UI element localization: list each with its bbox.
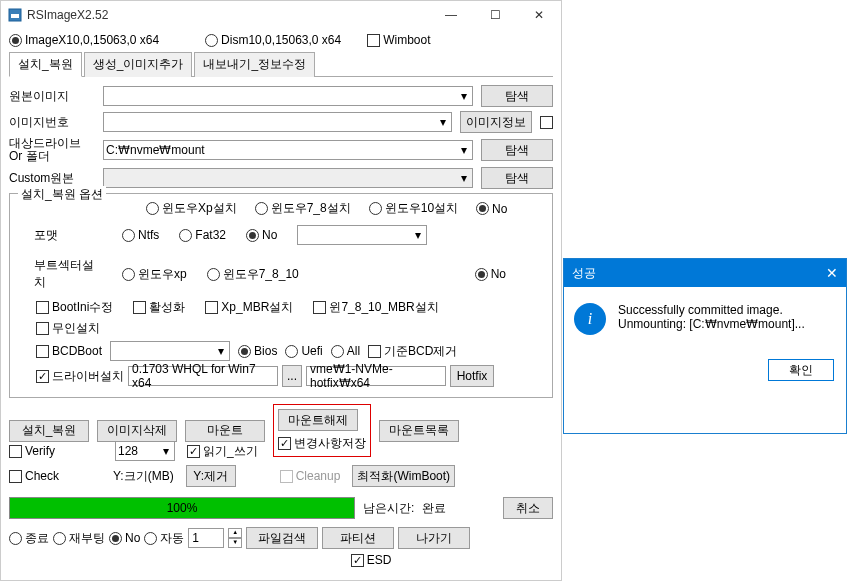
unmount-highlight: 마운트해제 변경사항저장 — [273, 404, 371, 457]
radio-end-no[interactable]: No — [109, 531, 140, 545]
combo-source-image[interactable]: ▾ — [103, 86, 473, 106]
check-readwrite[interactable]: 읽기_쓰기 — [187, 443, 258, 460]
mount-button[interactable]: 마운트 — [185, 420, 265, 442]
install-button[interactable]: 설치_복원 — [9, 420, 89, 442]
driver-path-1[interactable]: 0.1703 WHQL for Win7 x64 — [128, 366, 278, 386]
browse-driver-button[interactable]: ... — [282, 365, 302, 387]
chevron-down-icon: ▾ — [410, 226, 426, 244]
maximize-button[interactable]: ☐ — [473, 1, 517, 29]
check-driver[interactable]: 드라이버설치 — [36, 368, 124, 385]
radio-dism[interactable]: Dism10,0,15063,0 x64 — [205, 33, 341, 47]
dialog-message: Successfully committed image. Unmounting… — [618, 303, 805, 331]
combo-128[interactable]: 128▾ — [115, 441, 175, 461]
main-window: RSImageX2.52 — ☐ ✕ ImageX10,0,15063,0 x6… — [0, 0, 562, 581]
unmount-button[interactable]: 마운트해제 — [278, 409, 358, 431]
progress-text: 100% — [167, 501, 198, 515]
ydelete-button[interactable]: Y:제거 — [186, 465, 236, 487]
dialog-ok-button[interactable]: 확인 — [768, 359, 834, 381]
success-dialog: 성공 ✕ i Successfully committed image. Unm… — [563, 258, 847, 434]
install-options-legend: 설치_복원 옵션 — [18, 186, 106, 203]
image-info-button[interactable]: 이미지정보 — [460, 111, 532, 133]
radio-all[interactable]: All — [331, 344, 360, 358]
checkbox-imageinfo-extra[interactable] — [540, 116, 553, 129]
spin-up-icon[interactable]: ▲ — [228, 528, 242, 538]
radio-winxp[interactable]: 윈도우Xp설치 — [146, 200, 237, 217]
radio-fat32[interactable]: Fat32 — [179, 228, 226, 242]
radio-boot-7810[interactable]: 윈도우7_8_10 — [207, 266, 299, 283]
radio-format-no[interactable]: No — [246, 228, 277, 242]
radio-bios[interactable]: Bios — [238, 344, 277, 358]
check-check[interactable]: Check — [9, 469, 59, 483]
remaining-value: 완료 — [422, 500, 446, 517]
label-bootsector: 부트섹터설치 — [16, 257, 102, 291]
radio-win-no[interactable]: No — [476, 202, 507, 216]
check-esd[interactable]: ESD — [351, 553, 392, 567]
combo-target-drive[interactable]: C:₩nvme₩mount▾ — [103, 140, 473, 160]
spin-down-icon[interactable]: ▼ — [228, 538, 242, 548]
tab-install[interactable]: 설치_복원 — [9, 52, 82, 77]
browse-target-button[interactable]: 탐색 — [481, 139, 553, 161]
svg-rect-1 — [11, 14, 19, 18]
radio-win10[interactable]: 윈도우10설치 — [369, 200, 458, 217]
tab-export[interactable]: 내보내기_정보수정 — [194, 52, 315, 77]
dialog-msg-line2: Unmounting: [C:₩nvme₩mount]... — [618, 317, 805, 331]
partition-button[interactable]: 파티션 — [322, 527, 394, 549]
radio-imagex[interactable]: ImageX10,0,15063,0 x64 — [9, 33, 159, 47]
radio-auto[interactable]: 자동 — [144, 530, 184, 547]
label-custom-source: Custom원본 — [9, 170, 95, 187]
radio-ntfs[interactable]: Ntfs — [122, 228, 159, 242]
mount-list-button[interactable]: 마운트목록 — [379, 420, 459, 442]
chevron-down-icon: ▾ — [456, 169, 472, 187]
radio-reboot[interactable]: 재부팅 — [53, 530, 105, 547]
window-title: RSImageX2.52 — [27, 8, 429, 22]
chevron-down-icon: ▾ — [435, 113, 451, 131]
radio-boot-xp[interactable]: 윈도우xp — [122, 266, 187, 283]
label-remaining: 남은시간: — [363, 500, 414, 517]
tabs: 설치_복원 생성_이미지추가 내보내기_정보수정 — [9, 51, 553, 77]
combo-custom-source[interactable]: ▾ — [103, 168, 473, 188]
file-search-button[interactable]: 파일검색 — [246, 527, 318, 549]
check-wimboot[interactable]: Wimboot — [367, 33, 430, 47]
check-activate[interactable]: 활성화 — [133, 299, 185, 316]
minimize-button[interactable]: — — [429, 1, 473, 29]
check-xpmbr[interactable]: Xp_MBR설치 — [205, 299, 293, 316]
check-bcdboot[interactable]: BCDBoot — [36, 344, 102, 358]
close-button[interactable]: ✕ — [517, 1, 561, 29]
check-w7810mbr[interactable]: 윈7_8_10_MBR설치 — [313, 299, 438, 316]
progress-bar: 100% — [9, 497, 355, 519]
label-source-image: 원본이미지 — [9, 88, 95, 105]
tab-create[interactable]: 생성_이미지추가 — [84, 52, 193, 77]
dialog-titlebar: 성공 ✕ — [564, 259, 846, 287]
label-format: 포맷 — [16, 227, 102, 244]
check-silent[interactable]: 무인설치 — [36, 320, 100, 337]
chevron-down-icon: ▾ — [456, 87, 472, 105]
cancel-button[interactable]: 취소 — [503, 497, 553, 519]
browse-custom-button[interactable]: 탐색 — [481, 167, 553, 189]
radio-win78[interactable]: 윈도우7_8설치 — [255, 200, 351, 217]
dialog-msg-line1: Successfully committed image. — [618, 303, 805, 317]
browse-source-button[interactable]: 탐색 — [481, 85, 553, 107]
chevron-down-icon: ▾ — [213, 342, 229, 360]
hotfix-button[interactable]: Hotfix — [450, 365, 494, 387]
radio-boot-no[interactable]: No — [475, 267, 506, 281]
delete-image-button[interactable]: 이미지삭제 — [97, 420, 177, 442]
combo-bcd[interactable]: ▾ — [110, 341, 230, 361]
check-cleanup[interactable]: Cleanup — [280, 469, 341, 483]
titlebar: RSImageX2.52 — ☐ ✕ — [1, 1, 561, 29]
label-image-number: 이미지번호 — [9, 114, 95, 131]
radio-shutdown[interactable]: 종료 — [9, 530, 49, 547]
spinner-value[interactable]: 1 — [188, 528, 224, 548]
label-target-drive: 대상드라이브 Or 폴더 — [9, 137, 95, 163]
check-verify[interactable]: Verify — [9, 444, 55, 458]
combo-format[interactable]: ▾ — [297, 225, 427, 245]
check-bootini[interactable]: BootIni수정 — [36, 299, 113, 316]
optimize-button[interactable]: 최적화(WimBoot) — [352, 465, 455, 487]
check-defaultbcd[interactable]: 기준BCD제거 — [368, 343, 457, 360]
exit-button[interactable]: 나가기 — [398, 527, 470, 549]
label-ysize: Y:크기(MB) — [113, 468, 174, 485]
check-save-changes[interactable]: 변경사항저장 — [278, 435, 366, 452]
radio-uefi[interactable]: Uefi — [285, 344, 322, 358]
combo-image-number[interactable]: ▾ — [103, 112, 452, 132]
driver-path-2[interactable]: vme₩1-NVMe-hotfix₩x64 — [306, 366, 446, 386]
dialog-close-button[interactable]: ✕ — [826, 265, 838, 281]
